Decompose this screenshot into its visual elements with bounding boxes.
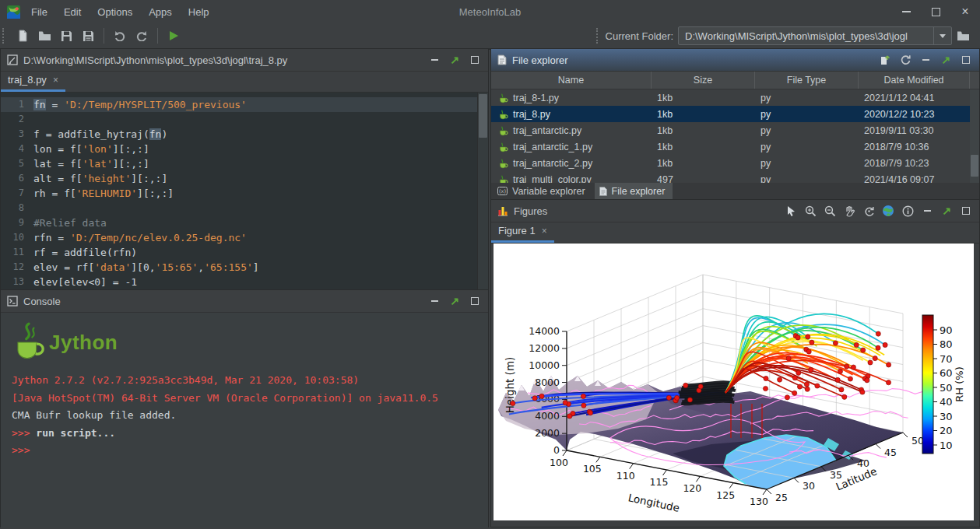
code-text: lon = f['lon'][:,:] [33, 142, 149, 156]
edit-file-icon [7, 54, 18, 65]
undo-button[interactable] [110, 26, 130, 45]
explorer-tabs: (x)Variable explorerFile explorer [491, 183, 979, 199]
figures-maximize-button[interactable] [957, 202, 975, 219]
menu-file[interactable]: File [31, 6, 47, 18]
table-row[interactable]: traj_antarctic_2.py1kbpy2018/7/9 10:23 [491, 155, 979, 171]
code-editor-area[interactable]: 1fn = 'D:/Temp/HYSPLIT/500_previous'23f … [1, 93, 488, 289]
code-line[interactable]: 7rh = f['RELHUMID'][:,:] [1, 186, 488, 201]
window-maximize-button[interactable] [921, 0, 950, 23]
table-row[interactable]: traj_multi_color.py497py2021/4/16 09:07 [491, 171, 979, 183]
table-row[interactable]: traj_8.py1kbpy2020/12/2 10:23 [491, 106, 979, 122]
folder-bar-drag-handle[interactable] [596, 28, 602, 44]
run-icon [168, 30, 179, 41]
file-explorer-title: File explorer [512, 54, 568, 66]
line-number: 8 [1, 201, 33, 215]
figure-canvas[interactable]: 0200040006000800010000120001400010010511… [494, 243, 974, 520]
application-window: FileEditOptionsAppsHelp MeteoInfoLab × [0, 0, 980, 529]
zoom-out-tool-button[interactable] [821, 202, 838, 219]
toolbar-drag-handle[interactable] [2, 28, 8, 44]
column-header-file-type[interactable]: File Type [755, 72, 859, 89]
console-minimize-button[interactable] [426, 293, 443, 310]
file-explorer-maximize-button[interactable] [957, 51, 975, 68]
file-explorer-icon [599, 187, 607, 196]
z-tick-label: 2000 [535, 427, 560, 439]
colorbar-tick-label: 10 [940, 440, 953, 451]
console-line: >>> [12, 442, 488, 460]
console-body[interactable]: Jython Jython 2.7.2 (v2.7.2:925a3cc3b49d… [1, 313, 488, 527]
code-line[interactable]: 6alt = f['height'][:,:] [1, 171, 488, 186]
file-explorer-float-button[interactable]: ↗ [937, 51, 954, 68]
editor-maximize-button[interactable] [466, 51, 483, 68]
file-table-scrollbar[interactable] [970, 89, 979, 183]
code-line[interactable]: 1fn = 'D:/Temp/HYSPLIT/500_previous' [1, 97, 488, 112]
file-type: py [755, 142, 859, 152]
tab-close-icon[interactable]: × [53, 75, 58, 86]
title-bar: FileEditOptionsAppsHelp MeteoInfoLab × [0, 0, 980, 24]
redo-button[interactable] [132, 26, 152, 45]
tab-variable-explorer[interactable]: (x)Variable explorer [493, 183, 593, 199]
column-header-name[interactable]: Name [491, 72, 652, 89]
figure-3d-plot[interactable]: 0200040006000800010000120001400010010511… [494, 243, 974, 520]
globe-tool-button[interactable] [880, 202, 897, 219]
figure-1-tab[interactable]: Figure 1 × [491, 221, 554, 243]
menu-options[interactable]: Options [97, 6, 132, 18]
code-line[interactable]: 4lon = f['lon'][:,:] [1, 142, 488, 156]
line-number: 3 [1, 127, 33, 142]
figures-minimize-button[interactable] [919, 202, 936, 219]
browse-folder-button[interactable] [953, 26, 973, 45]
refresh-button[interactable] [897, 51, 914, 68]
code-line[interactable]: 9#Relief data [1, 215, 488, 230]
code-line[interactable]: 10rfn = 'D:/Temp/nc/elev.0.25-deg.nc' [1, 230, 488, 245]
column-header-date-modified[interactable]: Date Modified [859, 72, 970, 89]
code-line[interactable]: 11rf = addfile(rfn) [1, 245, 488, 260]
figure-tab-close-icon[interactable]: × [542, 226, 547, 236]
save-button[interactable] [56, 26, 76, 45]
code-line[interactable]: 8 [1, 201, 488, 215]
console-maximize-button[interactable] [466, 293, 483, 310]
menu-edit[interactable]: Edit [64, 6, 81, 18]
menu-apps[interactable]: Apps [149, 6, 172, 18]
import-file-button[interactable] [876, 51, 894, 68]
tab-file-explorer[interactable]: File explorer [595, 183, 673, 199]
colorbar-tick-label: 20 [940, 425, 953, 436]
table-row[interactable]: traj_antarctic_1.py1kbpy2018/7/9 10:36 [491, 138, 979, 155]
current-folder-input[interactable] [678, 26, 952, 45]
zoom-in-tool-button[interactable] [802, 202, 819, 219]
editor-tab-traj8[interactable]: traj_8.py × [1, 70, 65, 92]
console-title: Console [23, 296, 61, 307]
rotate-tool-button[interactable] [860, 202, 877, 219]
file-name: traj_antarctic_2.py [513, 158, 592, 169]
code-line[interactable]: 2 [1, 112, 488, 127]
run-script-button[interactable] [163, 26, 184, 45]
file-explorer-minimize-button[interactable] [917, 51, 934, 68]
svg-text:(x): (x) [499, 188, 506, 194]
open-file-button[interactable] [34, 26, 54, 45]
current-folder-dropdown-button[interactable] [933, 27, 951, 44]
table-row[interactable]: traj_antarctic.py1kbpy2019/9/11 03:30 [491, 122, 979, 138]
code-line[interactable]: 5lat = f['lat'][:,:] [1, 156, 488, 171]
code-line[interactable]: 3f = addfile_hytraj(fn) [1, 127, 488, 142]
table-row[interactable]: traj_8-1.py1kbpy2021/1/12 04:41 [491, 89, 979, 106]
window-minimize-button[interactable] [891, 0, 921, 23]
file-size: 1kb [652, 109, 755, 120]
code-line[interactable]: 12elev = rf['data'][0,'15:65','65:155'] [1, 260, 488, 275]
figures-float-button[interactable]: ↗ [938, 202, 955, 219]
code-line[interactable]: 13elev[elev<0] = -1 [1, 275, 488, 289]
save-as-button[interactable] [78, 26, 98, 45]
pan-tool-button[interactable] [841, 202, 858, 219]
code-text: alt = f['height'][:,:] [33, 171, 167, 186]
console-line: >>> run script... [12, 425, 488, 443]
pointer-tool-button[interactable] [782, 202, 799, 219]
editor-float-button[interactable]: ↗ [446, 51, 463, 68]
new-file-button[interactable] [12, 26, 33, 45]
column-header-size[interactable]: Size [652, 72, 755, 89]
editor-minimize-button[interactable] [426, 51, 443, 68]
console-float-button[interactable]: ↗ [446, 293, 463, 310]
cursor-icon [785, 205, 796, 217]
info-tool-button[interactable] [899, 202, 916, 219]
editor-scrollbar[interactable] [477, 93, 488, 289]
x-tick-label: 120 [683, 482, 701, 494]
menu-help[interactable]: Help [188, 6, 209, 18]
window-close-button[interactable]: × [950, 0, 980, 23]
rotate-icon [863, 205, 875, 217]
